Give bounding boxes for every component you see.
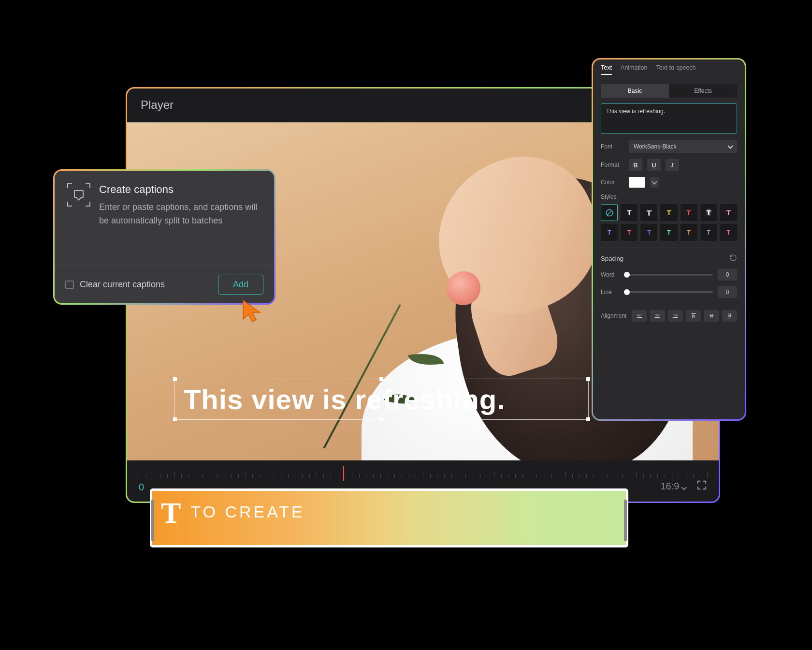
aspect-ratio-selector[interactable]: 16:9: [661, 481, 686, 492]
style-preset[interactable]: T: [640, 204, 657, 221]
word-spacing-label: Word: [601, 271, 620, 278]
font-label: Font: [601, 143, 624, 150]
dialog-title: Create captions: [99, 183, 261, 196]
add-button[interactable]: Add: [218, 275, 263, 295]
style-preset[interactable]: T: [621, 204, 638, 221]
clear-captions-checkbox[interactable]: [65, 281, 74, 289]
playhead[interactable]: [343, 466, 344, 481]
text-properties-panel: Text Animation Text-to-speech Basic Effe…: [592, 58, 746, 421]
timeline-ruler[interactable]: [139, 465, 707, 478]
align-middle-button[interactable]: [704, 310, 719, 322]
style-preset[interactable]: T: [660, 204, 677, 221]
caption-overlay-text: This view is refreshing.: [184, 383, 580, 415]
style-preset[interactable]: T: [700, 204, 717, 221]
line-spacing-slider[interactable]: [625, 291, 713, 293]
clear-captions-label: Clear current captions: [80, 280, 165, 290]
font-select[interactable]: WorkSans-Black: [629, 140, 737, 153]
text-clip-icon: T: [161, 498, 181, 528]
clip-label: TO CREATE: [190, 502, 304, 521]
word-spacing-slider[interactable]: [625, 274, 713, 276]
fullscreen-icon[interactable]: [696, 480, 707, 493]
style-preset[interactable]: T: [640, 224, 657, 241]
create-captions-dialog: Create captions Enter or paste captions,…: [53, 169, 276, 305]
line-spacing-label: Line: [601, 289, 620, 295]
underline-button[interactable]: U: [647, 159, 661, 171]
caption-overlay[interactable]: This view is refreshing.: [174, 379, 589, 420]
style-preset[interactable]: T: [601, 224, 618, 241]
color-dropdown[interactable]: [650, 177, 659, 188]
word-spacing-value[interactable]: 0: [718, 269, 737, 281]
tab-text-to-speech[interactable]: Text-to-speech: [656, 64, 696, 75]
caption-text-input[interactable]: This view is refreshing.: [601, 103, 737, 133]
clip-handle-right[interactable]: [624, 500, 627, 541]
bold-button[interactable]: B: [629, 159, 642, 171]
reset-spacing-icon[interactable]: [729, 254, 737, 263]
dialog-description: Enter or paste captions, and captions wi…: [99, 201, 261, 228]
alignment-label: Alignment: [601, 312, 629, 319]
subtab-effects[interactable]: Effects: [669, 84, 737, 98]
style-preset[interactable]: T: [700, 224, 717, 241]
align-left-button[interactable]: [632, 310, 647, 322]
captions-icon: [67, 183, 90, 207]
tab-animation[interactable]: Animation: [621, 64, 648, 75]
style-preset[interactable]: T: [720, 204, 737, 221]
spacing-label: Spacing: [601, 255, 624, 262]
style-preset[interactable]: T: [621, 224, 638, 241]
line-spacing-value[interactable]: 0: [718, 286, 737, 298]
italic-button[interactable]: I: [666, 159, 679, 171]
style-preset[interactable]: T: [681, 224, 697, 241]
tab-text[interactable]: Text: [601, 64, 612, 75]
align-top-button[interactable]: [686, 310, 701, 322]
style-preset[interactable]: T: [720, 224, 737, 241]
style-preset[interactable]: T: [681, 204, 697, 221]
format-label: Format: [601, 162, 624, 168]
style-preset[interactable]: T: [660, 224, 677, 241]
align-bottom-button[interactable]: [722, 310, 737, 322]
timecode: 0: [139, 482, 144, 493]
subtab-basic[interactable]: Basic: [601, 84, 669, 98]
clip-handle-left[interactable]: [151, 500, 154, 541]
timeline-text-clip[interactable]: T TO CREATE: [150, 488, 628, 547]
align-right-button[interactable]: [668, 310, 683, 322]
color-swatch[interactable]: [629, 177, 645, 188]
style-none[interactable]: [601, 204, 618, 221]
color-label: Color: [601, 179, 624, 186]
style-presets-grid: T T T T T T T T T T T T T: [601, 204, 737, 241]
align-center-button[interactable]: [650, 310, 665, 322]
styles-label: Styles: [601, 193, 737, 200]
